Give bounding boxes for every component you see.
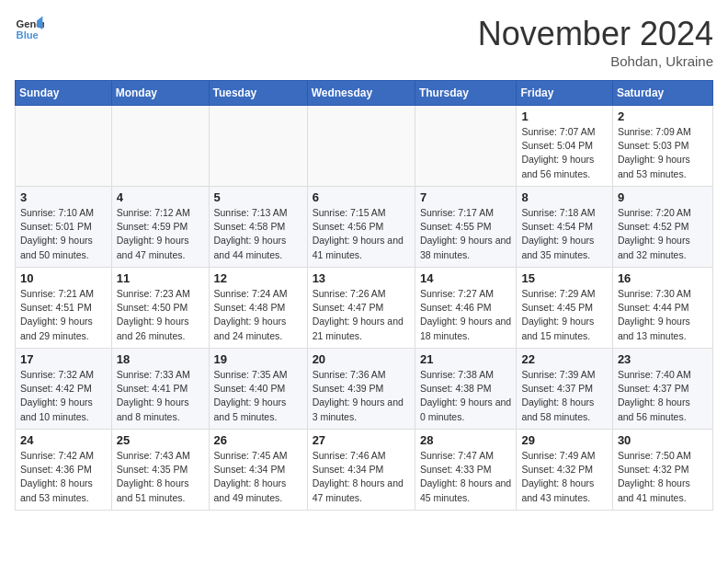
calendar-cell: 22Sunrise: 7:39 AM Sunset: 4:37 PM Dayli… xyxy=(517,349,612,430)
calendar-cell: 16Sunrise: 7:30 AM Sunset: 4:44 PM Dayli… xyxy=(612,268,712,349)
day-number: 26 xyxy=(214,433,302,447)
day-number: 8 xyxy=(521,190,607,204)
calendar-table: SundayMondayTuesdayWednesdayThursdayFrid… xyxy=(15,80,713,511)
calendar-cell: 27Sunrise: 7:46 AM Sunset: 4:34 PM Dayli… xyxy=(307,430,415,511)
calendar-cell: 24Sunrise: 7:42 AM Sunset: 4:36 PM Dayli… xyxy=(16,430,112,511)
day-header-wednesday: Wednesday xyxy=(307,81,415,106)
day-info: Sunrise: 7:23 AM Sunset: 4:50 PM Dayligh… xyxy=(117,287,204,343)
day-info: Sunrise: 7:40 AM Sunset: 4:37 PM Dayligh… xyxy=(618,368,708,424)
day-number: 27 xyxy=(313,433,410,447)
calendar-cell: 17Sunrise: 7:32 AM Sunset: 4:42 PM Dayli… xyxy=(16,349,112,430)
day-number: 6 xyxy=(313,190,410,204)
calendar-week-5: 24Sunrise: 7:42 AM Sunset: 4:36 PM Dayli… xyxy=(16,430,713,511)
calendar-cell: 4Sunrise: 7:12 AM Sunset: 4:59 PM Daylig… xyxy=(111,187,209,268)
day-number: 9 xyxy=(618,190,708,204)
calendar-cell: 21Sunrise: 7:38 AM Sunset: 4:38 PM Dayli… xyxy=(415,349,517,430)
calendar-week-2: 3Sunrise: 7:10 AM Sunset: 5:01 PM Daylig… xyxy=(16,187,713,268)
title-area: November 2024 Bohdan, Ukraine xyxy=(478,15,713,69)
day-number: 5 xyxy=(214,190,302,204)
day-info: Sunrise: 7:24 AM Sunset: 4:48 PM Dayligh… xyxy=(214,287,302,343)
day-header-thursday: Thursday xyxy=(415,81,517,106)
day-info: Sunrise: 7:15 AM Sunset: 4:56 PM Dayligh… xyxy=(313,206,410,262)
calendar-cell: 12Sunrise: 7:24 AM Sunset: 4:48 PM Dayli… xyxy=(209,268,307,349)
day-header-sunday: Sunday xyxy=(16,81,112,106)
calendar-cell: 2Sunrise: 7:09 AM Sunset: 5:03 PM Daylig… xyxy=(612,106,712,187)
calendar-cell xyxy=(16,106,112,187)
calendar-cell: 19Sunrise: 7:35 AM Sunset: 4:40 PM Dayli… xyxy=(209,349,307,430)
calendar-cell: 18Sunrise: 7:33 AM Sunset: 4:41 PM Dayli… xyxy=(111,349,209,430)
calendar-cell: 28Sunrise: 7:47 AM Sunset: 4:33 PM Dayli… xyxy=(415,430,517,511)
day-number: 10 xyxy=(20,271,107,285)
day-number: 28 xyxy=(420,433,512,447)
day-number: 20 xyxy=(313,352,410,366)
day-info: Sunrise: 7:42 AM Sunset: 4:36 PM Dayligh… xyxy=(20,449,107,505)
location-subtitle: Bohdan, Ukraine xyxy=(478,53,713,69)
calendar-cell xyxy=(111,106,209,187)
day-number: 17 xyxy=(20,352,107,366)
day-number: 11 xyxy=(117,271,204,285)
day-info: Sunrise: 7:46 AM Sunset: 4:34 PM Dayligh… xyxy=(313,449,410,505)
day-info: Sunrise: 7:10 AM Sunset: 5:01 PM Dayligh… xyxy=(20,206,107,262)
calendar-week-4: 17Sunrise: 7:32 AM Sunset: 4:42 PM Dayli… xyxy=(16,349,713,430)
calendar-cell xyxy=(209,106,307,187)
day-info: Sunrise: 7:09 AM Sunset: 5:03 PM Dayligh… xyxy=(618,125,708,181)
day-number: 21 xyxy=(420,352,512,366)
day-number: 12 xyxy=(214,271,302,285)
day-number: 23 xyxy=(618,352,708,366)
day-number: 16 xyxy=(618,271,708,285)
calendar-week-3: 10Sunrise: 7:21 AM Sunset: 4:51 PM Dayli… xyxy=(16,268,713,349)
calendar-cell: 7Sunrise: 7:17 AM Sunset: 4:55 PM Daylig… xyxy=(415,187,517,268)
day-info: Sunrise: 7:49 AM Sunset: 4:32 PM Dayligh… xyxy=(521,449,607,505)
calendar-cell xyxy=(415,106,517,187)
day-header-saturday: Saturday xyxy=(612,81,712,106)
day-info: Sunrise: 7:29 AM Sunset: 4:45 PM Dayligh… xyxy=(521,287,607,343)
day-number: 30 xyxy=(618,433,708,447)
day-number: 1 xyxy=(521,109,607,123)
day-number: 24 xyxy=(20,433,107,447)
header: General Blue November 2024 Bohdan, Ukrai… xyxy=(15,15,713,69)
header-row: SundayMondayTuesdayWednesdayThursdayFrid… xyxy=(16,81,713,106)
day-header-tuesday: Tuesday xyxy=(209,81,307,106)
day-number: 2 xyxy=(618,109,708,123)
day-info: Sunrise: 7:36 AM Sunset: 4:39 PM Dayligh… xyxy=(313,368,410,424)
calendar-cell: 14Sunrise: 7:27 AM Sunset: 4:46 PM Dayli… xyxy=(415,268,517,349)
calendar-cell: 20Sunrise: 7:36 AM Sunset: 4:39 PM Dayli… xyxy=(307,349,415,430)
day-number: 3 xyxy=(20,190,107,204)
day-header-monday: Monday xyxy=(111,81,209,106)
day-info: Sunrise: 7:07 AM Sunset: 5:04 PM Dayligh… xyxy=(521,125,607,181)
day-number: 7 xyxy=(420,190,512,204)
day-info: Sunrise: 7:26 AM Sunset: 4:47 PM Dayligh… xyxy=(313,287,410,343)
day-number: 13 xyxy=(313,271,410,285)
day-info: Sunrise: 7:39 AM Sunset: 4:37 PM Dayligh… xyxy=(521,368,607,424)
month-title: November 2024 xyxy=(478,15,713,53)
day-number: 18 xyxy=(117,352,204,366)
day-info: Sunrise: 7:17 AM Sunset: 4:55 PM Dayligh… xyxy=(420,206,512,262)
day-info: Sunrise: 7:18 AM Sunset: 4:54 PM Dayligh… xyxy=(521,206,607,262)
calendar-cell: 26Sunrise: 7:45 AM Sunset: 4:34 PM Dayli… xyxy=(209,430,307,511)
calendar-cell xyxy=(307,106,415,187)
day-info: Sunrise: 7:38 AM Sunset: 4:38 PM Dayligh… xyxy=(420,368,512,424)
calendar-cell: 29Sunrise: 7:49 AM Sunset: 4:32 PM Dayli… xyxy=(517,430,612,511)
calendar-cell: 8Sunrise: 7:18 AM Sunset: 4:54 PM Daylig… xyxy=(517,187,612,268)
day-info: Sunrise: 7:20 AM Sunset: 4:52 PM Dayligh… xyxy=(618,206,708,262)
day-info: Sunrise: 7:21 AM Sunset: 4:51 PM Dayligh… xyxy=(20,287,107,343)
calendar-cell: 25Sunrise: 7:43 AM Sunset: 4:35 PM Dayli… xyxy=(111,430,209,511)
day-info: Sunrise: 7:27 AM Sunset: 4:46 PM Dayligh… xyxy=(420,287,512,343)
logo: General Blue xyxy=(15,15,44,44)
calendar-header: SundayMondayTuesdayWednesdayThursdayFrid… xyxy=(16,81,713,106)
calendar-cell: 1Sunrise: 7:07 AM Sunset: 5:04 PM Daylig… xyxy=(517,106,612,187)
day-info: Sunrise: 7:50 AM Sunset: 4:32 PM Dayligh… xyxy=(618,449,708,505)
calendar-cell: 10Sunrise: 7:21 AM Sunset: 4:51 PM Dayli… xyxy=(16,268,112,349)
day-info: Sunrise: 7:32 AM Sunset: 4:42 PM Dayligh… xyxy=(20,368,107,424)
day-info: Sunrise: 7:33 AM Sunset: 4:41 PM Dayligh… xyxy=(117,368,204,424)
calendar-cell: 3Sunrise: 7:10 AM Sunset: 5:01 PM Daylig… xyxy=(16,187,112,268)
day-info: Sunrise: 7:35 AM Sunset: 4:40 PM Dayligh… xyxy=(214,368,302,424)
calendar-cell: 6Sunrise: 7:15 AM Sunset: 4:56 PM Daylig… xyxy=(307,187,415,268)
day-info: Sunrise: 7:43 AM Sunset: 4:35 PM Dayligh… xyxy=(117,449,204,505)
day-info: Sunrise: 7:45 AM Sunset: 4:34 PM Dayligh… xyxy=(214,449,302,505)
calendar-body: 1Sunrise: 7:07 AM Sunset: 5:04 PM Daylig… xyxy=(16,106,713,511)
calendar-cell: 23Sunrise: 7:40 AM Sunset: 4:37 PM Dayli… xyxy=(612,349,712,430)
calendar-week-1: 1Sunrise: 7:07 AM Sunset: 5:04 PM Daylig… xyxy=(16,106,713,187)
logo-icon: General Blue xyxy=(15,15,44,44)
calendar-cell: 30Sunrise: 7:50 AM Sunset: 4:32 PM Dayli… xyxy=(612,430,712,511)
